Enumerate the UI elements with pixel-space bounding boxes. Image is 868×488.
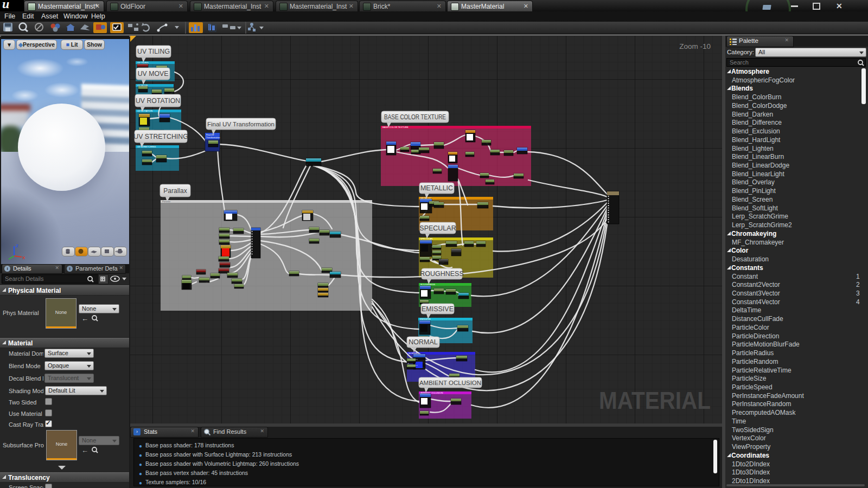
svg-text:BASE COLOR TEXTURE: BASE COLOR TEXTURE xyxy=(384,113,446,121)
svg-text:EMISSIVE: EMISSIVE xyxy=(420,318,431,320)
svg-text:ROUGHNESS: ROUGHNESS xyxy=(420,270,464,278)
svg-text:BASE COLOR TEXTURE: BASE COLOR TEXTURE xyxy=(382,126,409,129)
svg-text:Final UV Transformation: Final UV Transformation xyxy=(207,121,275,127)
svg-text:Transformation: Transformation xyxy=(206,137,220,139)
svg-text:MATERIAL: MATERIAL xyxy=(599,387,711,414)
svg-text:SPECULAR: SPECULAR xyxy=(420,237,433,240)
svg-text:UV ROTATION: UV ROTATION xyxy=(137,110,152,112)
svg-text:Parallax: Parallax xyxy=(163,187,187,195)
svg-text:SPECULAR: SPECULAR xyxy=(419,224,456,232)
svg-text:Z: Z xyxy=(16,243,18,248)
svg-text:Zoom -10: Zoom -10 xyxy=(679,42,711,50)
svg-text:UV TILING: UV TILING xyxy=(137,61,148,64)
svg-text:X: X xyxy=(22,255,25,260)
svg-text:Parallax: Parallax xyxy=(162,200,171,203)
svg-text:NORMAL: NORMAL xyxy=(409,338,438,346)
svg-text:ROUGHNESS: ROUGHNESS xyxy=(420,283,435,286)
svg-text:UV MOVE: UV MOVE xyxy=(138,70,169,78)
svg-text:UV ROTATION: UV ROTATION xyxy=(136,97,180,105)
svg-text:AMBIENT OCLUSION: AMBIENT OCLUSION xyxy=(419,380,481,386)
svg-text:Final UV: Final UV xyxy=(206,134,214,136)
svg-text:UV TILING: UV TILING xyxy=(137,48,170,55)
svg-text:UV STRETCHING: UV STRETCHING xyxy=(137,145,156,148)
svg-text:METALLIC: METALLIC xyxy=(420,184,453,192)
svg-text:EMISSIVE: EMISSIVE xyxy=(422,305,454,313)
svg-text:UV STRETCHING: UV STRETCHING xyxy=(133,133,188,140)
